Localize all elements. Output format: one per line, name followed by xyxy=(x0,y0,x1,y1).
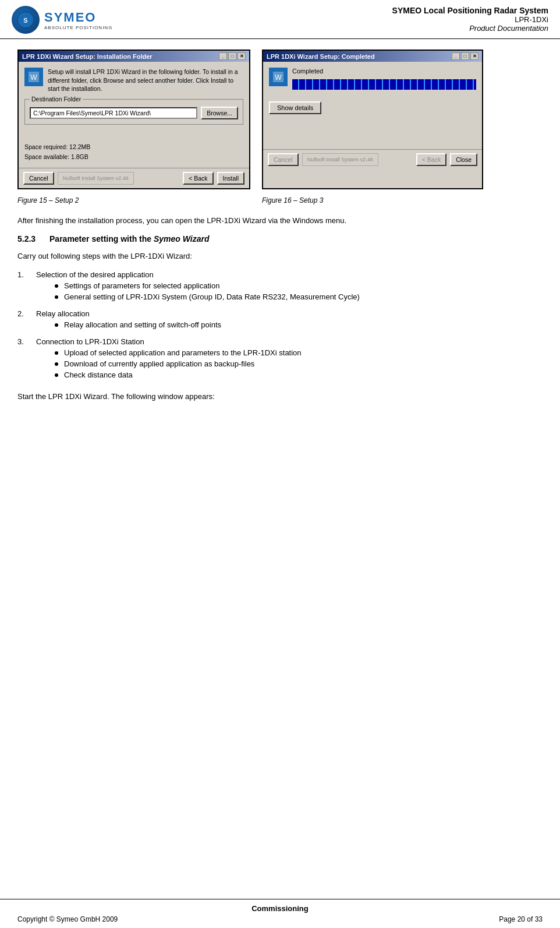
figure1-app-icon: W xyxy=(24,68,43,86)
figure1-group-box: Destination Folder C:\Program Files\Syme… xyxy=(24,99,243,125)
step3-num: 3. xyxy=(17,337,28,346)
step2: 2. Relay allocation Relay allocation and… xyxy=(17,309,543,334)
logo-icon: S xyxy=(12,6,40,34)
figure1-path-input[interactable]: C:\Program Files\Symeo\LPR 1DXi Wizard\ xyxy=(30,107,197,119)
figure1-space-required: Space required: 12.2MB xyxy=(24,142,243,152)
figure1-caption: Figure 15 – Setup 2 xyxy=(17,196,250,204)
footer-copyright: Copyright © Symeo GmbH 2009 xyxy=(17,915,118,923)
step1-bullet2-text: General setting of LPR-1DXi System (Grou… xyxy=(64,292,360,301)
figure1-titlebar: LPR 1DXi Wizard Setup: Installation Fold… xyxy=(19,51,249,62)
step3-bullets: Upload of selected application and param… xyxy=(55,348,302,379)
figure2-footer: Cancel Nullsoft Install System v2.46 < B… xyxy=(263,149,482,170)
carry-text: Carry out following steps with the LPR-1… xyxy=(17,250,543,262)
svg-text:W: W xyxy=(275,73,282,82)
footer-commissioning: Commissioning xyxy=(251,904,309,913)
figure1-dialog: LPR 1DXi Wizard Setup: Installation Fold… xyxy=(17,50,250,189)
figure2-titlebar: LPR 1DXi Wizard Setup: Completed _ □ ✕ xyxy=(263,51,482,62)
bullet-dot-icon xyxy=(55,373,58,377)
intro-paragraph: After finishing the installation process… xyxy=(17,215,543,227)
step3-bullet3-item: Check distance data xyxy=(55,371,302,379)
section-title-text: Parameter setting with the xyxy=(49,234,154,244)
main-content: LPR 1DXi Wizard Setup: Installation Fold… xyxy=(0,39,560,422)
close-button[interactable]: ✕ xyxy=(238,52,246,60)
section-heading: 5.2.3 Parameter setting with the Symeo W… xyxy=(17,234,543,244)
header-title-sub: LPR-1DXi xyxy=(128,15,548,24)
step1-bullets: Settings of parameters for selected appl… xyxy=(55,281,360,301)
figure2-close-button-footer[interactable]: Close xyxy=(450,153,477,166)
figure2-completed-label: Completed xyxy=(292,68,476,75)
figure2-footer-left: Cancel Nullsoft Install System v2.46 xyxy=(268,153,378,166)
figure2-completed-area: Completed xyxy=(292,68,476,96)
figure1-footer-right: < Back Install xyxy=(183,172,244,185)
figure2-back-button[interactable]: < Back xyxy=(416,153,446,166)
figure1-body: W Setup will install LPR 1DXi Wizard in … xyxy=(19,62,249,168)
maximize-button[interactable]: □ xyxy=(228,52,236,60)
page-footer: Commissioning Copyright © Symeo GmbH 200… xyxy=(0,899,560,928)
figure1-space-available: Space available: 1.8GB xyxy=(24,152,243,162)
step1-bullet1-item: Settings of parameters for selected appl… xyxy=(55,281,360,290)
figure2-maximize-button[interactable]: □ xyxy=(461,52,469,60)
figure1-browse-button[interactable]: Browse... xyxy=(201,107,238,119)
figure1-input-row: C:\Program Files\Symeo\LPR 1DXi Wizard\ … xyxy=(30,107,238,119)
figure2-progress-bar xyxy=(292,79,476,90)
figure1-space-info: Space required: 12.2MB Space available: … xyxy=(24,142,243,162)
footer-page: Page 20 of 33 xyxy=(499,915,543,923)
step2-bullets: Relay allocation and setting of switch-o… xyxy=(55,320,221,329)
step3-bullet2-item: Download of currently applied applicatio… xyxy=(55,359,302,368)
figure2-footer-right: < Back Close xyxy=(416,153,477,166)
screenshot-row: LPR 1DXi Wizard Setup: Installation Fold… xyxy=(17,50,543,189)
figure1-nsis-button: Nullsoft Install System v2.46 xyxy=(58,172,134,185)
figure2-caption: Figure 16 – Setup 3 xyxy=(262,196,483,204)
step3-text: Connection to LPR-1DXi Station xyxy=(36,337,144,346)
step3-bullet1-text: Upload of selected application and param… xyxy=(64,348,302,357)
figure1-win-controls[interactable]: _ □ ✕ xyxy=(219,52,246,60)
minimize-button[interactable]: _ xyxy=(219,52,227,60)
figure2-win-controls[interactable]: _ □ ✕ xyxy=(452,52,479,60)
bullet-dot-icon xyxy=(55,351,58,355)
step1: 1. Selection of the desired application … xyxy=(17,270,543,306)
step3-bullet1-item: Upload of selected application and param… xyxy=(55,348,302,357)
step2-bullet1-item: Relay allocation and setting of switch-o… xyxy=(55,320,221,329)
step1-text: Selection of the desired application xyxy=(36,270,154,279)
show-details-button[interactable]: Show details xyxy=(269,101,321,114)
figure2-show-details-area: Show details xyxy=(269,101,476,114)
figure1-footer: Cancel Nullsoft Install System v2.46 < B… xyxy=(19,168,249,188)
step2-bullet1-text: Relay allocation and setting of switch-o… xyxy=(64,320,221,329)
figure2-cancel-button[interactable]: Cancel xyxy=(268,153,299,166)
bullet-dot-icon xyxy=(55,323,58,327)
logo-tagline-text: ABSOLUTE POSITIONING xyxy=(44,25,112,30)
step3: 3. Connection to LPR-1DXi Station Upload… xyxy=(17,337,543,384)
figure1-info-text: Setup will install LPR 1DXi Wizard in th… xyxy=(48,68,243,93)
step2-num: 2. xyxy=(17,309,28,318)
figure2-minimize-button[interactable]: _ xyxy=(452,52,460,60)
step1-bullet1-text: Settings of parameters for selected appl… xyxy=(64,281,219,290)
figure2-title-text: LPR 1DXi Wizard Setup: Completed xyxy=(267,53,375,60)
figure2-dialog: LPR 1DXi Wizard Setup: Completed _ □ ✕ W xyxy=(262,50,483,189)
svg-text:W: W xyxy=(30,73,37,82)
logo-symeo-text: SYMEO xyxy=(44,10,112,25)
figure2-nsis-button: Nullsoft Install System v2.46 xyxy=(302,153,378,166)
figure1-back-button[interactable]: < Back xyxy=(183,172,213,185)
figure1-install-button[interactable]: Install xyxy=(217,172,244,185)
figure2-progress-fill xyxy=(292,79,476,90)
figure1-cancel-button[interactable]: Cancel xyxy=(23,172,54,185)
step1-bullet2-item: General setting of LPR-1DXi System (Grou… xyxy=(55,292,360,301)
svg-text:S: S xyxy=(23,17,27,24)
step3-bullet2-text: Download of currently applied applicatio… xyxy=(64,359,254,368)
bullet-dot-icon xyxy=(55,284,58,288)
footer-bottom-row: Copyright © Symeo GmbH 2009 Page 20 of 3… xyxy=(17,915,543,923)
figure2-close-button[interactable]: ✕ xyxy=(470,52,479,60)
bullet-dot-icon xyxy=(55,362,58,366)
figure1-title-text: LPR 1DXi Wizard Setup: Installation Fold… xyxy=(22,53,153,60)
figure2-app-icon: W xyxy=(269,68,288,86)
figure2-body: W Completed Show details xyxy=(263,62,482,149)
section-title-italic: Symeo Wizard xyxy=(154,234,210,244)
figure1-group-legend: Destination Folder xyxy=(30,96,83,103)
figure-caption-row: Figure 15 – Setup 2 Figure 16 – Setup 3 xyxy=(17,196,543,204)
start-text: Start the LPR 1DXi Wizard. The following… xyxy=(17,391,543,403)
figure1-footer-left: Cancel Nullsoft Install System v2.46 xyxy=(23,172,134,185)
steps-list: 1. Selection of the desired application … xyxy=(17,270,543,384)
header-title-area: SYMEO Local Positioning Radar System LPR… xyxy=(128,6,548,33)
bullet-dot-icon xyxy=(55,295,58,299)
step2-text: Relay allocation xyxy=(36,309,90,318)
